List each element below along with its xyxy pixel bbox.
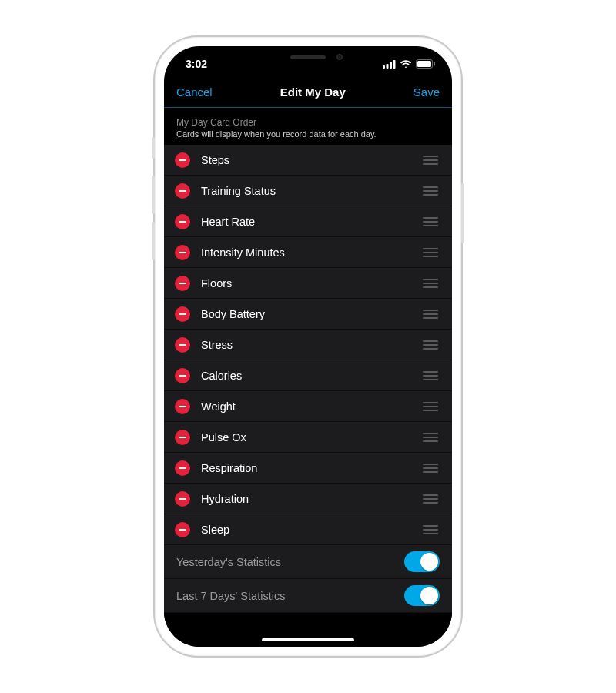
drag-handle-icon[interactable] [421,152,440,168]
section-title: My Day Card Order [176,117,440,128]
list-item[interactable]: Sleep [164,514,452,545]
list-item[interactable]: Heart Rate [164,206,452,237]
status-time: 3:02 [186,58,207,70]
battery-icon [416,59,435,69]
svg-rect-5 [417,61,431,67]
remove-icon[interactable] [175,522,190,537]
drag-handle-icon[interactable] [421,337,440,353]
list-item-label: Weight [201,400,410,413]
svg-rect-0 [383,65,385,69]
phone-side-button [152,222,155,260]
drag-handle-icon[interactable] [421,276,440,291]
list-item[interactable]: Pulse Ox [164,422,452,453]
list-item[interactable]: Hydration [164,484,452,514]
list-item-label: Floors [201,277,410,290]
toggle-switch[interactable] [404,585,440,606]
list-item[interactable]: Calories [164,360,452,391]
remove-icon[interactable] [175,276,190,291]
phone-side-button [152,137,155,159]
drag-handle-icon[interactable] [421,245,440,260]
list-item-label: Body Battery [201,308,410,320]
section-header: My Day Card Order Cards will display whe… [164,108,452,145]
remove-icon[interactable] [175,399,190,414]
drag-handle-icon[interactable] [421,491,440,507]
drag-handle-icon[interactable] [421,368,440,383]
toggle-label: Yesterday's Statistics [176,556,281,568]
toggle-label: Last 7 Days' Statistics [176,590,285,602]
wifi-icon [400,60,412,69]
drag-handle-icon[interactable] [421,306,440,322]
toggle-row: Yesterday's Statistics [164,545,452,579]
list-item[interactable]: Body Battery [164,299,452,330]
remove-icon[interactable] [175,183,190,199]
remove-icon[interactable] [175,337,190,353]
toggle-row: Last 7 Days' Statistics [164,579,452,613]
status-icons [383,59,435,69]
svg-rect-3 [393,60,396,69]
remove-icon[interactable] [175,368,190,383]
toggle-switch[interactable] [404,551,440,572]
cellular-signal-icon [383,60,396,69]
toggle-list: Yesterday's StatisticsLast 7 Days' Stati… [164,545,452,613]
list-item-label: Training Status [201,185,410,197]
drag-handle-icon[interactable] [421,183,440,199]
remove-icon[interactable] [175,245,190,260]
home-indicator[interactable] [262,638,354,641]
remove-icon[interactable] [175,460,190,476]
speaker [290,55,326,59]
list-item[interactable]: Training Status [164,176,452,206]
save-button[interactable]: Save [413,85,440,99]
list-item[interactable]: Steps [164,145,452,176]
list-item[interactable]: Respiration [164,453,452,484]
list-item[interactable]: Floors [164,268,452,299]
list-item-label: Stress [201,339,410,351]
content-area: My Day Card Order Cards will display whe… [164,108,452,647]
list-item-label: Pulse Ox [201,431,410,444]
remove-icon[interactable] [175,430,190,445]
remove-icon[interactable] [175,152,190,168]
nav-bar: Cancel Edit My Day Save [164,77,452,108]
remove-icon[interactable] [175,214,190,229]
drag-handle-icon[interactable] [421,522,440,537]
phone-side-button [152,176,155,214]
screen: 3:02 Cancel Edit My Day Save My Day Card… [164,46,452,647]
drag-handle-icon[interactable] [421,399,440,414]
list-item-label: Hydration [201,493,410,505]
card-list: StepsTraining StatusHeart RateIntensity … [164,145,452,545]
drag-handle-icon[interactable] [421,460,440,476]
page-title: Edit My Day [280,85,346,99]
list-item[interactable]: Stress [164,330,452,360]
remove-icon[interactable] [175,306,190,322]
svg-rect-6 [434,62,435,66]
list-item-label: Steps [201,154,410,166]
list-item-label: Heart Rate [201,216,410,228]
list-item-label: Sleep [201,524,410,536]
list-item-label: Calories [201,370,410,382]
list-item[interactable]: Weight [164,391,452,422]
phone-side-button [461,183,464,243]
drag-handle-icon[interactable] [421,430,440,445]
phone-frame: 3:02 Cancel Edit My Day Save My Day Card… [153,35,463,658]
remove-icon[interactable] [175,491,190,507]
list-item-label: Respiration [201,462,410,474]
list-item[interactable]: Intensity Minutes [164,237,452,268]
drag-handle-icon[interactable] [421,214,440,229]
cancel-button[interactable]: Cancel [176,85,213,99]
svg-rect-2 [390,62,392,69]
section-subtitle: Cards will display when you record data … [176,129,440,139]
notch [239,46,377,68]
svg-rect-1 [387,64,389,69]
list-item-label: Intensity Minutes [201,246,410,259]
front-camera [336,54,343,60]
